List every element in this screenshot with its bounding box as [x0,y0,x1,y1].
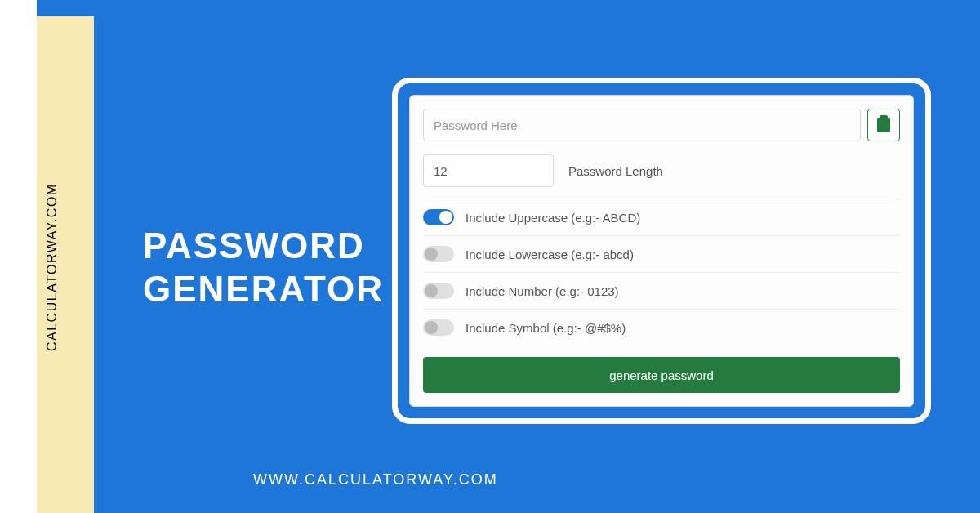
toggle-symbol[interactable] [423,319,454,336]
option-lowercase: Include Lowercase (e.g:- abcd) [423,235,900,272]
title-line-1: PASSWORD [143,225,384,268]
copy-button[interactable] [867,109,900,141]
generate-button[interactable]: generate password [423,357,900,393]
label-number: Include Number (e.g:- 0123) [466,284,619,298]
password-generator-widget: Password Here Password Length Include Up… [392,78,931,424]
length-row: Password Length [423,154,900,187]
option-symbol: Include Symbol (e.g:- @#$%) [423,309,900,346]
toggle-number[interactable] [423,283,454,299]
option-number: Include Number (e.g:- 0123) [423,272,900,309]
option-uppercase: Include Uppercase (e.g:- ABCD) [423,199,900,235]
toggle-uppercase[interactable] [423,209,454,225]
page-title: PASSWORD GENERATOR [143,225,384,311]
label-uppercase: Include Uppercase (e.g:- ABCD) [466,211,640,225]
white-side-strip [0,0,37,513]
footer-url: WWW.CALCULATORWAY.COM [253,471,498,488]
side-brand-text: CALCULATORWAY.COM [45,183,60,351]
label-symbol: Include Symbol (e.g:- @#$%) [466,321,626,335]
label-lowercase: Include Lowercase (e.g:- abcd) [466,248,634,261]
title-line-2: GENERATOR [143,268,384,311]
password-output-row: Password Here [423,109,900,141]
length-input[interactable] [423,154,554,187]
widget-card: Password Here Password Length Include Up… [409,95,914,407]
toggle-lowercase[interactable] [423,246,454,262]
length-label: Password Length [568,164,663,178]
clipboard-icon [877,118,890,132]
password-output[interactable]: Password Here [423,109,861,141]
